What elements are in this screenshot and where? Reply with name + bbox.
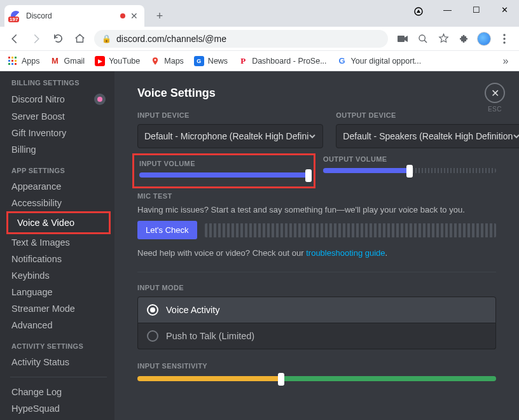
svg-rect-16 bbox=[11, 63, 13, 65]
output-volume-label: OUTPUT VOLUME bbox=[323, 155, 496, 163]
sidebar-item-accessibility[interactable]: Accessibility bbox=[6, 195, 111, 211]
recording-indicator-icon bbox=[120, 13, 125, 18]
sidebar-item-activity-status[interactable]: Activity Status bbox=[6, 354, 111, 370]
window-maximize-button[interactable]: ☐ bbox=[462, 0, 490, 19]
bookmarks-overflow-icon[interactable]: » bbox=[496, 52, 515, 71]
output-volume-slider[interactable] bbox=[323, 168, 496, 173]
svg-rect-14 bbox=[15, 60, 17, 62]
url-text: discord.com/channels/@me bbox=[116, 34, 226, 44]
sidebar-item-keybinds[interactable]: Keybinds bbox=[6, 267, 111, 284]
input-mode-push-to-talk[interactable]: Push to Talk (Limited) bbox=[137, 323, 496, 349]
sidebar-item-streamer-mode[interactable]: Streamer Mode bbox=[6, 300, 111, 317]
account-indicator-icon[interactable] bbox=[413, 6, 424, 17]
sidebar-item-server-boost[interactable]: Server Boost bbox=[6, 108, 111, 125]
highlight-input-volume: INPUT VOLUME bbox=[132, 153, 315, 188]
window-minimize-button[interactable]: — bbox=[433, 0, 462, 19]
bookmark-youtube[interactable]: ▶YouTube bbox=[91, 53, 144, 69]
sidebar-section-activity: ACTIVITY SETTINGS bbox=[11, 342, 111, 350]
lock-icon: 🔒 bbox=[102, 34, 111, 43]
new-tab-button[interactable]: + bbox=[151, 7, 169, 25]
input-device-value: Default - Microphone (Realtek High Defin… bbox=[144, 131, 308, 141]
sidebar-item-language[interactable]: Language bbox=[6, 284, 111, 300]
mic-test-label: MIC TEST bbox=[137, 192, 496, 200]
window-close-button[interactable]: ✕ bbox=[490, 0, 519, 19]
svg-point-4 bbox=[419, 35, 425, 41]
svg-point-8 bbox=[503, 41, 505, 43]
nav-back-button[interactable] bbox=[5, 29, 24, 48]
discord-app: BILLING SETTINGS Discord Nitro Server Bo… bbox=[0, 71, 519, 420]
input-device-label: INPUT DEVICE bbox=[137, 111, 323, 119]
svg-point-7 bbox=[503, 38, 505, 39]
sidebar-item-gift-inventory[interactable]: Gift Inventory bbox=[6, 125, 111, 141]
input-volume-slider[interactable] bbox=[139, 172, 308, 178]
svg-marker-3 bbox=[405, 36, 408, 42]
input-device-select[interactable]: Default - Microphone (Realtek High Defin… bbox=[137, 124, 323, 148]
troubleshooting-link[interactable]: troubleshooting guide bbox=[306, 248, 385, 258]
sidebar-item-notifications[interactable]: Notifications bbox=[6, 251, 111, 267]
input-mode-voice-activity[interactable]: Voice Activity bbox=[137, 297, 496, 323]
apps-grid-icon bbox=[8, 56, 18, 66]
camera-indicator-icon[interactable] bbox=[393, 29, 412, 48]
bookmark-pinterest[interactable]: PDashboard - ProSe... bbox=[234, 53, 330, 69]
sidebar-item-billing[interactable]: Billing bbox=[6, 141, 111, 158]
slider-thumb[interactable] bbox=[278, 373, 284, 386]
svg-rect-17 bbox=[15, 63, 17, 65]
tab-title: Discord bbox=[26, 11, 115, 20]
esc-label: ESC bbox=[488, 106, 502, 113]
input-sensitivity-slider[interactable] bbox=[137, 376, 496, 381]
page-title: Voice Settings bbox=[137, 87, 496, 100]
output-device-select[interactable]: Default - Speakers (Realtek High Definit… bbox=[336, 124, 519, 148]
sidebar-item-change-log[interactable]: Change Log bbox=[6, 384, 111, 400]
sidebar-divider bbox=[10, 377, 107, 377]
sidebar-section-app: APP SETTINGS bbox=[11, 167, 111, 174]
favicon-badge: 197 bbox=[8, 17, 19, 22]
kebab-menu-icon[interactable] bbox=[495, 29, 514, 48]
sidebar-item-hypesquad[interactable]: HypeSquad bbox=[6, 400, 111, 417]
svg-point-18 bbox=[155, 59, 156, 60]
bookmarks-bar: Apps MGmail ▶YouTube Maps GNews PDashboa… bbox=[0, 51, 519, 71]
zoom-icon[interactable] bbox=[413, 29, 432, 48]
sidebar-section-billing: BILLING SETTINGS bbox=[11, 79, 111, 87]
bookmark-news[interactable]: GNews bbox=[190, 53, 232, 69]
sidebar-item-text-images[interactable]: Text & Images bbox=[6, 234, 111, 251]
close-settings-button[interactable]: ✕ bbox=[485, 83, 505, 103]
nav-home-button[interactable] bbox=[70, 29, 89, 48]
bookmark-apps[interactable]: Apps bbox=[4, 53, 44, 69]
settings-content: ✕ ESC Voice Settings INPUT DEVICE Defaul… bbox=[114, 71, 519, 420]
tab-close-icon[interactable]: ✕ bbox=[130, 11, 138, 21]
sidebar-item-nitro[interactable]: Discord Nitro bbox=[6, 90, 111, 108]
pinterest-icon: P bbox=[238, 56, 248, 66]
highlight-voice-video: Voice & Video bbox=[6, 211, 111, 234]
browser-titlebar: 197 Discord ✕ + — ☐ ✕ bbox=[0, 0, 519, 27]
slider-thumb[interactable] bbox=[406, 165, 413, 178]
bookmark-maps[interactable]: Maps bbox=[146, 53, 188, 69]
svg-rect-2 bbox=[398, 36, 405, 42]
sidebar-item-voice-video[interactable]: Voice & Video bbox=[12, 214, 105, 231]
mic-test-description: Having mic issues? Start a test and say … bbox=[137, 205, 496, 214]
svg-marker-1 bbox=[417, 10, 420, 13]
youtube-icon: ▶ bbox=[95, 56, 105, 66]
output-device-value: Default - Speakers (Realtek High Definit… bbox=[343, 131, 513, 141]
input-mode-label: INPUT MODE bbox=[137, 284, 496, 291]
radio-unselected-icon bbox=[147, 330, 158, 342]
browser-tab[interactable]: 197 Discord ✕ bbox=[4, 5, 144, 27]
address-bar: 🔒 discord.com/channels/@me bbox=[0, 27, 519, 51]
bookmark-gmail[interactable]: MGmail bbox=[46, 53, 89, 69]
sidebar-item-appearance[interactable]: Appearance bbox=[6, 178, 111, 195]
bookmark-google[interactable]: GYour digital opport... bbox=[333, 53, 426, 69]
omnibox[interactable]: 🔒 discord.com/channels/@me bbox=[94, 30, 388, 48]
extensions-icon[interactable] bbox=[454, 29, 473, 48]
news-icon: G bbox=[194, 56, 204, 66]
bookmark-star-icon[interactable] bbox=[434, 29, 453, 48]
content-divider bbox=[137, 272, 496, 272]
chevron-down-icon bbox=[308, 132, 316, 140]
nav-reload-button[interactable] bbox=[48, 29, 67, 48]
input-sensitivity-label: INPUT SENSITIVITY bbox=[137, 362, 496, 370]
lets-check-button[interactable]: Let's Check bbox=[137, 221, 197, 239]
svg-rect-15 bbox=[8, 63, 10, 65]
sidebar-item-advanced[interactable]: Advanced bbox=[6, 317, 111, 333]
profile-avatar[interactable] bbox=[474, 29, 494, 48]
svg-rect-13 bbox=[11, 60, 13, 62]
input-volume-label: INPUT VOLUME bbox=[139, 160, 308, 167]
slider-thumb[interactable] bbox=[305, 169, 312, 182]
